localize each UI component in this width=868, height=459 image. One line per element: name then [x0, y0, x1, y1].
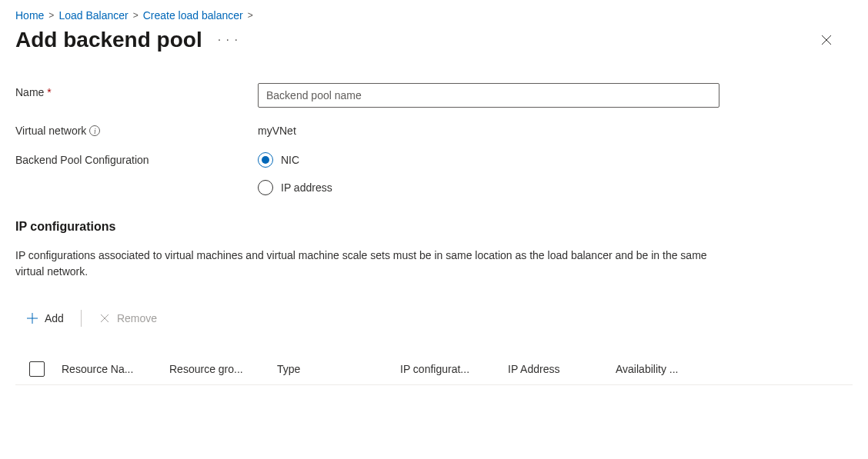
col-resource-name[interactable]: Resource Na...: [62, 363, 169, 375]
remove-label: Remove: [117, 312, 157, 324]
field-backend-config: Backend Pool Configuration NIC IP addres…: [15, 151, 853, 195]
page-title: Add backend pool: [15, 28, 202, 52]
add-button[interactable]: Add: [15, 308, 75, 329]
select-all-checkbox[interactable]: [29, 361, 45, 377]
radio-icon: [258, 152, 273, 168]
add-label: Add: [45, 312, 64, 324]
breadcrumb: Home > Load Balancer > Create load balan…: [15, 9, 853, 22]
name-input[interactable]: [258, 83, 719, 108]
chevron-right-icon: >: [248, 10, 253, 21]
breadcrumb-item-create-lb[interactable]: Create load balancer: [143, 9, 243, 22]
toolbar-separator: [81, 310, 82, 327]
col-resource-group[interactable]: Resource gro...: [169, 363, 277, 375]
radio-nic[interactable]: NIC: [258, 152, 719, 168]
radio-ip-label: IP address: [281, 181, 332, 194]
chevron-right-icon: >: [133, 10, 139, 21]
breadcrumb-item-home[interactable]: Home: [15, 9, 44, 22]
ipconfig-description: IP configurations associated to virtual …: [15, 248, 708, 280]
chevron-right-icon: >: [48, 10, 54, 21]
config-radio-group: NIC IP address: [258, 151, 719, 195]
col-ip-address[interactable]: IP Address: [508, 363, 616, 375]
col-ip-config[interactable]: IP configurat...: [400, 363, 508, 375]
field-virtual-network: Virtual network i myVNet: [15, 121, 853, 137]
col-type[interactable]: Type: [277, 363, 400, 375]
ipconfig-heading: IP configurations: [15, 220, 853, 234]
radio-ip-address[interactable]: IP address: [258, 180, 719, 195]
title-row: Add backend pool · · ·: [15, 28, 853, 52]
plus-icon: [26, 312, 38, 324]
vnet-value: myVNet: [258, 121, 719, 137]
x-icon: [98, 312, 111, 324]
close-icon: [820, 34, 833, 46]
breadcrumb-item-load-balancer[interactable]: Load Balancer: [58, 9, 128, 22]
info-icon[interactable]: i: [89, 125, 100, 136]
required-indicator: *: [47, 86, 51, 98]
field-name: Name *: [15, 83, 853, 108]
close-button[interactable]: [816, 29, 837, 51]
table-header-row: Resource Na... Resource gro... Type IP c…: [15, 354, 853, 385]
radio-icon: [258, 180, 273, 195]
col-availability[interactable]: Availability ...: [616, 363, 731, 375]
more-menu-icon[interactable]: · · ·: [215, 30, 242, 50]
remove-button[interactable]: Remove: [88, 308, 168, 329]
ipconfig-table: Resource Na... Resource gro... Type IP c…: [15, 354, 853, 385]
vnet-label: Virtual network: [15, 125, 86, 137]
radio-nic-label: NIC: [281, 154, 299, 166]
name-label: Name: [15, 86, 44, 98]
config-label: Backend Pool Configuration: [15, 154, 149, 166]
ipconfig-toolbar: Add Remove: [15, 308, 853, 329]
